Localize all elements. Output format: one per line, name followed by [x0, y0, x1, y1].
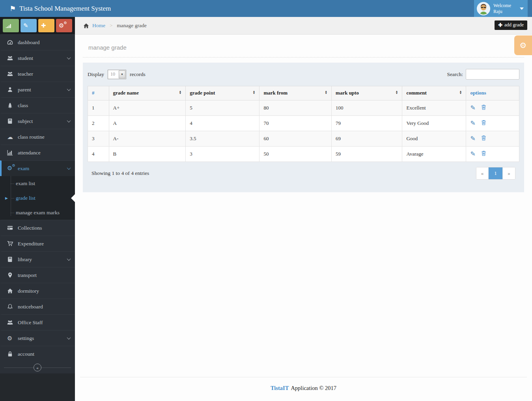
delete-grade-button[interactable]: [481, 119, 487, 127]
sidebar-item-label: teacher: [18, 71, 33, 77]
search-input[interactable]: [466, 69, 519, 80]
breadcrumb-home-link[interactable]: Home: [92, 22, 105, 29]
sidebar-item-label: dormitory: [18, 288, 39, 294]
sidebar-item-collections[interactable]: Collections: [0, 220, 75, 236]
cell-grade_name: A+: [109, 100, 186, 116]
caret-down-icon: [520, 7, 524, 10]
home-icon: [7, 288, 18, 294]
pencil-icon: ✎: [23, 22, 34, 29]
sidebar-item-library[interactable]: library: [0, 251, 75, 267]
sidebar-item-dashboard[interactable]: dashboard: [0, 34, 75, 50]
sidebar-item-transport[interactable]: transport: [0, 267, 75, 283]
footer-brand: TistaIT: [271, 385, 289, 391]
column-header-label: grade name: [113, 90, 139, 96]
cell-mark_upto: 79: [332, 116, 402, 131]
sidebar-item-label: class routine: [18, 134, 45, 140]
edit-grade-button[interactable]: ✎: [470, 120, 475, 126]
column-header-label: comment: [406, 90, 426, 96]
sidebar-subitem-exam-list[interactable]: exam list: [0, 176, 75, 191]
column-header-label: mark upto: [336, 90, 359, 96]
edit-grade-button[interactable]: ✎: [470, 136, 475, 142]
column-header-mark-upto[interactable]: mark upto▲▼: [332, 86, 402, 100]
row-actions: ✎: [470, 119, 515, 127]
sidebar-item-noticeboard[interactable]: noticeboard: [0, 299, 75, 314]
display-records-select[interactable]: 10 ▼: [108, 70, 126, 79]
bell-icon: [7, 304, 18, 310]
edit-grade-button[interactable]: ✎: [470, 105, 475, 111]
sidebar-subitem-grade-list[interactable]: ▶grade list: [0, 191, 75, 205]
quick-tools-button[interactable]: ⚙⚙: [56, 19, 72, 32]
row-actions: ✎: [470, 150, 515, 158]
sort-icon: ▲▼: [396, 91, 398, 94]
column-header-grade-name[interactable]: grade name▲▼: [109, 86, 186, 100]
sidebar-collapse-button[interactable]: «: [0, 362, 75, 373]
column-header-grade-point[interactable]: grade point▲▼: [186, 86, 259, 100]
pencil-icon: ✎: [470, 135, 475, 142]
user-menu[interactable]: Welcome Raju: [474, 0, 528, 17]
display-label: Display: [88, 71, 104, 78]
sidebar-item-account[interactable]: account: [0, 346, 75, 362]
cloud-icon: ☁: [7, 134, 18, 141]
cell-num: 2: [88, 116, 109, 131]
entries-summary: Showing 1 to 4 of 4 entries: [91, 170, 149, 176]
sidebar-item-class[interactable]: class: [0, 97, 75, 113]
add-grade-button[interactable]: ✚ add grade: [495, 20, 527, 30]
cell-mark_upto: 59: [332, 147, 402, 162]
users-icon: [7, 55, 18, 61]
sidebar-item-label: student: [18, 55, 33, 61]
delete-grade-button[interactable]: [481, 135, 487, 142]
sidebar-item-exam[interactable]: ⚙⚙exam: [0, 160, 75, 176]
records-label: records: [130, 71, 146, 78]
sidebar-item-label: library: [18, 256, 32, 263]
sidebar-item-settings[interactable]: ⚙settings: [0, 330, 75, 346]
pagination-page-button[interactable]: 1: [489, 167, 503, 179]
app-title: Tista School Management System: [19, 5, 111, 13]
pagination-next-button[interactable]: »: [503, 167, 515, 179]
sidebar-subitem-manage-exam-marks[interactable]: manage exam marks: [0, 205, 75, 220]
breadcrumb: Home > manage grade ✚ add grade: [75, 17, 532, 35]
sidebar-item-dormitory[interactable]: dormitory: [0, 283, 75, 299]
cell-mark_from: 80: [259, 100, 332, 116]
sidebar-item-attendance[interactable]: attendance: [0, 145, 75, 160]
table-controls: Display 10 ▼ records Search:: [88, 69, 519, 80]
quick-reports-button[interactable]: [3, 19, 19, 32]
quick-edit-button[interactable]: ✎: [21, 19, 37, 32]
row-actions: ✎: [470, 135, 515, 142]
column-header-comment[interactable]: comment▲▼: [402, 86, 466, 100]
sidebar-item-subject[interactable]: subject: [0, 113, 75, 129]
pencil-icon: ✎: [470, 150, 475, 157]
submenu-exam: exam list▶grade listmanage exam marks: [0, 176, 75, 220]
column-header-label: options: [470, 90, 486, 96]
edit-grade-button[interactable]: ✎: [470, 151, 475, 157]
pagination-prev-button[interactable]: «: [476, 167, 489, 179]
cell-mark_from: 70: [259, 116, 332, 131]
sidebar-item-student[interactable]: student: [0, 50, 75, 66]
sidebar-item-parent[interactable]: parent: [0, 82, 75, 97]
search-area: Search:: [447, 69, 519, 80]
trash-icon: [481, 150, 487, 158]
plus-icon: ✚: [498, 22, 502, 28]
sidebar-item-teacher[interactable]: teacher: [0, 66, 75, 82]
cell-mark_upto: 100: [332, 100, 402, 116]
sidebar-item-class-routine[interactable]: ☁class routine: [0, 129, 75, 145]
flag-icon: ⚑: [9, 5, 16, 12]
pencil-icon: ✎: [470, 104, 475, 111]
cell-num: 1: [88, 100, 109, 116]
sidebar-item-office-staff[interactable]: Office Staff: [0, 314, 75, 330]
sidebar-subitem-label: exam list: [16, 180, 35, 187]
sort-icon: ▲▼: [252, 91, 255, 94]
trash-icon: [481, 135, 487, 142]
table-row: 4B35059Avarage✎: [88, 147, 519, 162]
collapse-icon: «: [34, 364, 41, 371]
delete-grade-button[interactable]: [481, 104, 487, 111]
chevron-down-icon: [67, 87, 71, 91]
quick-add-button[interactable]: ✚: [38, 19, 54, 32]
users-icon: [7, 71, 18, 77]
sidebar-item-expenditure[interactable]: Expenditure: [0, 236, 75, 251]
delete-grade-button[interactable]: [481, 150, 487, 158]
cell-num: 3: [88, 131, 109, 147]
cell-grade_point: 4: [186, 116, 259, 131]
breadcrumb-current: manage grade: [117, 22, 146, 29]
settings-panel-toggle[interactable]: ⚙: [514, 35, 532, 55]
column-header-mark-from[interactable]: mark from▲▼: [259, 86, 332, 100]
